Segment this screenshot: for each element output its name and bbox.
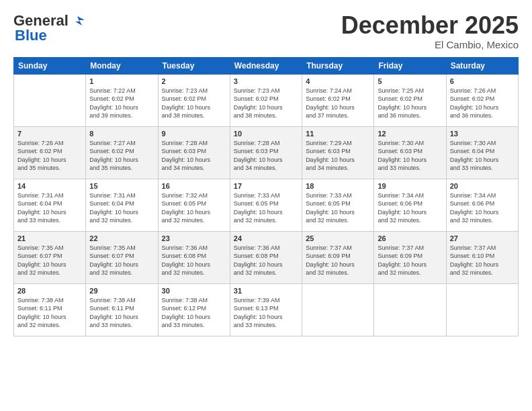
calendar-week-1: 1Sunrise: 7:22 AMSunset: 6:02 PMDaylight… bbox=[14, 74, 519, 126]
day-info: Sunrise: 7:36 AMSunset: 6:08 PMDaylight:… bbox=[234, 244, 298, 277]
day-info: Sunrise: 7:24 AMSunset: 6:02 PMDaylight:… bbox=[306, 87, 370, 120]
calendar-cell: 2Sunrise: 7:23 AMSunset: 6:02 PMDaylight… bbox=[158, 74, 230, 126]
col-saturday: Saturday bbox=[446, 57, 518, 74]
calendar-week-4: 21Sunrise: 7:35 AMSunset: 6:07 PMDayligh… bbox=[14, 231, 519, 283]
calendar-cell: 18Sunrise: 7:33 AMSunset: 6:05 PMDayligh… bbox=[302, 179, 374, 231]
location: El Cambio, Mexico bbox=[341, 39, 519, 50]
day-info: Sunrise: 7:37 AMSunset: 6:09 PMDaylight:… bbox=[306, 244, 370, 277]
day-info: Sunrise: 7:31 AMSunset: 6:04 PMDaylight:… bbox=[89, 191, 154, 225]
calendar-cell: 11Sunrise: 7:29 AMSunset: 6:03 PMDayligh… bbox=[302, 126, 374, 179]
col-sunday: Sunday bbox=[14, 57, 86, 74]
calendar-cell: 5Sunrise: 7:25 AMSunset: 6:02 PMDaylight… bbox=[374, 74, 446, 126]
day-info: Sunrise: 7:31 AMSunset: 6:04 PMDaylight:… bbox=[17, 191, 82, 225]
day-info: Sunrise: 7:26 AMSunset: 6:02 PMDaylight:… bbox=[17, 139, 82, 173]
day-number: 6 bbox=[450, 77, 515, 85]
logo: General Blue bbox=[13, 12, 85, 44]
day-info: Sunrise: 7:38 AMSunset: 6:12 PMDaylight:… bbox=[162, 296, 226, 330]
col-thursday: Thursday bbox=[302, 57, 374, 74]
logo-blue: Blue bbox=[15, 27, 47, 44]
calendar-cell: 9Sunrise: 7:28 AMSunset: 6:03 PMDaylight… bbox=[158, 126, 230, 179]
day-info: Sunrise: 7:35 AMSunset: 6:07 PMDaylight:… bbox=[89, 244, 154, 277]
calendar-header-row: Sunday Monday Tuesday Wednesday Thursday… bbox=[14, 57, 519, 74]
day-info: Sunrise: 7:23 AMSunset: 6:02 PMDaylight:… bbox=[162, 87, 226, 120]
day-number: 16 bbox=[162, 182, 226, 190]
calendar-cell: 17Sunrise: 7:33 AMSunset: 6:05 PMDayligh… bbox=[230, 179, 302, 231]
calendar-week-5: 28Sunrise: 7:38 AMSunset: 6:11 PMDayligh… bbox=[14, 283, 519, 336]
day-number: 22 bbox=[89, 234, 154, 242]
calendar-cell: 28Sunrise: 7:38 AMSunset: 6:11 PMDayligh… bbox=[14, 283, 86, 336]
calendar-cell bbox=[14, 74, 86, 126]
calendar-cell: 13Sunrise: 7:30 AMSunset: 6:04 PMDayligh… bbox=[446, 126, 518, 179]
day-info: Sunrise: 7:23 AMSunset: 6:02 PMDaylight:… bbox=[234, 87, 298, 120]
col-tuesday: Tuesday bbox=[158, 57, 230, 74]
day-number: 27 bbox=[450, 234, 515, 242]
day-info: Sunrise: 7:27 AMSunset: 6:02 PMDaylight:… bbox=[89, 139, 154, 173]
calendar-cell: 1Sunrise: 7:22 AMSunset: 6:02 PMDaylight… bbox=[86, 74, 158, 126]
day-info: Sunrise: 7:25 AMSunset: 6:02 PMDaylight:… bbox=[378, 87, 442, 120]
calendar-week-3: 14Sunrise: 7:31 AMSunset: 6:04 PMDayligh… bbox=[14, 179, 519, 231]
calendar-cell: 29Sunrise: 7:38 AMSunset: 6:11 PMDayligh… bbox=[86, 283, 158, 336]
day-number: 15 bbox=[89, 182, 154, 190]
day-info: Sunrise: 7:29 AMSunset: 6:03 PMDaylight:… bbox=[306, 139, 370, 173]
day-info: Sunrise: 7:34 AMSunset: 6:06 PMDaylight:… bbox=[378, 191, 442, 225]
logo-bird-icon bbox=[70, 13, 85, 28]
day-number: 10 bbox=[234, 130, 298, 138]
calendar-cell: 19Sunrise: 7:34 AMSunset: 6:06 PMDayligh… bbox=[374, 179, 446, 231]
col-wednesday: Wednesday bbox=[230, 57, 302, 74]
day-number: 5 bbox=[378, 77, 442, 85]
svg-marker-0 bbox=[75, 16, 85, 26]
day-info: Sunrise: 7:37 AMSunset: 6:10 PMDaylight:… bbox=[450, 244, 515, 277]
day-number: 13 bbox=[450, 130, 515, 138]
calendar-cell: 7Sunrise: 7:26 AMSunset: 6:02 PMDaylight… bbox=[14, 126, 86, 179]
calendar-cell: 8Sunrise: 7:27 AMSunset: 6:02 PMDaylight… bbox=[86, 126, 158, 179]
calendar-cell: 26Sunrise: 7:37 AMSunset: 6:09 PMDayligh… bbox=[374, 231, 446, 283]
day-number: 19 bbox=[378, 182, 442, 190]
day-info: Sunrise: 7:30 AMSunset: 6:04 PMDaylight:… bbox=[450, 139, 515, 173]
calendar-cell: 25Sunrise: 7:37 AMSunset: 6:09 PMDayligh… bbox=[302, 231, 374, 283]
page: General Blue December 2025 El Cambio, Me… bbox=[0, 0, 532, 411]
day-info: Sunrise: 7:28 AMSunset: 6:03 PMDaylight:… bbox=[234, 139, 298, 173]
day-info: Sunrise: 7:36 AMSunset: 6:08 PMDaylight:… bbox=[162, 244, 226, 277]
day-number: 3 bbox=[234, 77, 298, 85]
day-info: Sunrise: 7:30 AMSunset: 6:03 PMDaylight:… bbox=[378, 139, 442, 173]
calendar-cell bbox=[374, 283, 446, 336]
day-info: Sunrise: 7:34 AMSunset: 6:06 PMDaylight:… bbox=[450, 191, 515, 225]
calendar-cell: 27Sunrise: 7:37 AMSunset: 6:10 PMDayligh… bbox=[446, 231, 518, 283]
day-number: 24 bbox=[234, 234, 298, 242]
calendar-cell bbox=[302, 283, 374, 336]
day-info: Sunrise: 7:22 AMSunset: 6:02 PMDaylight:… bbox=[89, 87, 154, 120]
day-number: 30 bbox=[162, 287, 226, 295]
day-info: Sunrise: 7:37 AMSunset: 6:09 PMDaylight:… bbox=[378, 244, 442, 277]
calendar-week-2: 7Sunrise: 7:26 AMSunset: 6:02 PMDaylight… bbox=[14, 126, 519, 179]
calendar-cell: 22Sunrise: 7:35 AMSunset: 6:07 PMDayligh… bbox=[86, 231, 158, 283]
day-number: 2 bbox=[162, 77, 226, 85]
calendar-cell: 20Sunrise: 7:34 AMSunset: 6:06 PMDayligh… bbox=[446, 179, 518, 231]
calendar-cell: 16Sunrise: 7:32 AMSunset: 6:05 PMDayligh… bbox=[158, 179, 230, 231]
col-friday: Friday bbox=[374, 57, 446, 74]
day-number: 8 bbox=[89, 130, 154, 138]
day-number: 28 bbox=[17, 287, 82, 295]
day-number: 20 bbox=[450, 182, 515, 190]
calendar-cell: 24Sunrise: 7:36 AMSunset: 6:08 PMDayligh… bbox=[230, 231, 302, 283]
day-info: Sunrise: 7:32 AMSunset: 6:05 PMDaylight:… bbox=[162, 191, 226, 225]
day-number: 12 bbox=[378, 130, 442, 138]
calendar-cell: 21Sunrise: 7:35 AMSunset: 6:07 PMDayligh… bbox=[14, 231, 86, 283]
calendar-cell: 14Sunrise: 7:31 AMSunset: 6:04 PMDayligh… bbox=[14, 179, 86, 231]
day-number: 29 bbox=[89, 287, 154, 295]
title-block: December 2025 El Cambio, Mexico bbox=[341, 12, 519, 50]
day-info: Sunrise: 7:33 AMSunset: 6:05 PMDaylight:… bbox=[306, 191, 370, 225]
day-number: 17 bbox=[234, 182, 298, 190]
day-info: Sunrise: 7:28 AMSunset: 6:03 PMDaylight:… bbox=[162, 139, 226, 173]
month-year: December 2025 bbox=[341, 12, 519, 39]
day-number: 21 bbox=[17, 234, 82, 242]
day-info: Sunrise: 7:33 AMSunset: 6:05 PMDaylight:… bbox=[234, 191, 298, 225]
day-number: 4 bbox=[306, 77, 370, 85]
header: General Blue December 2025 El Cambio, Me… bbox=[13, 12, 519, 50]
day-number: 1 bbox=[89, 77, 154, 85]
calendar-cell: 10Sunrise: 7:28 AMSunset: 6:03 PMDayligh… bbox=[230, 126, 302, 179]
day-info: Sunrise: 7:38 AMSunset: 6:11 PMDaylight:… bbox=[89, 296, 154, 330]
day-number: 26 bbox=[378, 234, 442, 242]
calendar-cell: 12Sunrise: 7:30 AMSunset: 6:03 PMDayligh… bbox=[374, 126, 446, 179]
day-info: Sunrise: 7:39 AMSunset: 6:13 PMDaylight:… bbox=[234, 296, 298, 330]
day-number: 14 bbox=[17, 182, 82, 190]
